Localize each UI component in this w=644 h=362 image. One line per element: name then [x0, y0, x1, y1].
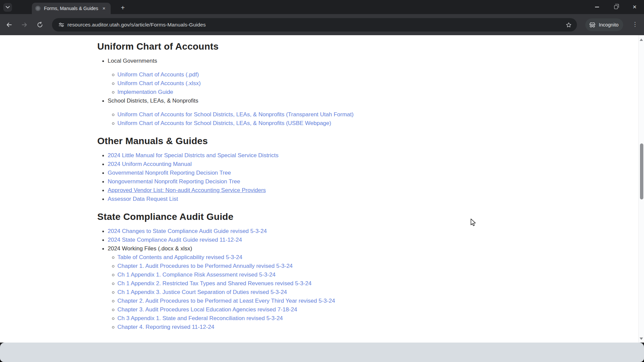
section-heading: Uniform Chart of Accounts	[97, 41, 618, 53]
tab-forms-manuals-guides[interactable]: Forms, Manuals & Guides ×	[32, 3, 111, 14]
list-item: Table of Contents and Applicability revi…	[117, 253, 618, 262]
article-link[interactable]: Uniform Chart of Accounts for School Dis…	[117, 120, 331, 126]
list-item-text: Local Governments	[108, 58, 157, 64]
section-list: 2024 Changes to State Compliance Audit G…	[97, 227, 618, 331]
vertical-scrollbar[interactable]	[638, 35, 644, 343]
list-item: Ch 1 Appendix 2. Restricted Tax Types an…	[117, 279, 618, 288]
sub-list: Uniform Chart of Accounts for School Dis…	[108, 110, 618, 128]
scroll-up-arrow-icon[interactable]	[640, 39, 643, 41]
article-link[interactable]: Chapter 4. Reporting revised 11-12-24	[117, 324, 214, 330]
article-link[interactable]: Uniform Chart of Accounts for School Dis…	[117, 111, 354, 118]
list-item: Uniform Chart of Accounts (.xlsx)	[117, 79, 618, 88]
list-item: Ch 3 Appendix 1. State and Federal Recon…	[117, 314, 618, 323]
list-item: Uniform Chart of Accounts for School Dis…	[117, 119, 618, 128]
article-link[interactable]: 2024 Little Manual for Special Districts…	[108, 152, 278, 159]
page-footer	[0, 343, 644, 362]
address-bar[interactable]: resources.auditor.utah.gov/s/article/For…	[52, 18, 577, 32]
article-link[interactable]: Implementation Guide	[117, 89, 173, 95]
url-text[interactable]: resources.auditor.utah.gov/s/article/For…	[67, 22, 564, 28]
restore-icon	[614, 5, 618, 9]
section-heading: State Compliance Audit Guide	[97, 211, 618, 223]
article-link[interactable]: Uniform Chart of Accounts (.pdf)	[117, 71, 199, 78]
scrollbar-thumb[interactable]	[640, 143, 643, 199]
new-tab-button[interactable]: +	[118, 3, 127, 12]
list-item: Approved Vendor List: Non-audit Accounti…	[108, 186, 618, 195]
list-item-text: School Districts, LEAs, & Nonprofits	[108, 98, 198, 104]
list-item: 2024 State Compliance Audit Guide revise…	[108, 236, 618, 244]
back-arrow-icon	[6, 21, 12, 28]
minimize-icon	[595, 7, 599, 7]
tab-close-icon[interactable]: ×	[101, 5, 107, 12]
list-item: Local GovernmentsUniform Chart of Accoun…	[108, 57, 618, 97]
incognito-label: Incognito	[599, 22, 619, 27]
article-link[interactable]: Ch 3 Appendix 1. State and Federal Recon…	[117, 315, 283, 321]
article-link[interactable]: 2024 State Compliance Audit Guide revise…	[108, 237, 242, 243]
list-item: Ch 1 Appendix 1. Compliance Risk Assessm…	[117, 270, 618, 279]
page-content: Uniform Chart of AccountsLocal Governmen…	[0, 35, 644, 362]
incognito-badge: Incognito	[585, 18, 623, 31]
list-item: Chapter 1. Audit Procedures to be Perfor…	[117, 262, 618, 270]
article-link[interactable]: Ch 1 Appendix 2. Restricted Tax Types an…	[117, 280, 312, 287]
site-info-icon[interactable]	[58, 21, 65, 28]
article-link[interactable]: Ch 1 Appendix 3. Justice Court Separatio…	[117, 289, 287, 295]
list-item: Chapter 4. Reporting revised 11-12-24	[117, 323, 618, 331]
tab-title: Forms, Manuals & Guides	[44, 6, 101, 11]
article-link[interactable]: Approved Vendor List: Non-audit Accounti…	[108, 187, 266, 193]
minimize-button[interactable]	[588, 0, 606, 14]
incognito-icon	[589, 22, 596, 28]
list-item-text: 2024 Working Files (.docx & xlsx)	[108, 245, 192, 252]
article-link[interactable]: Governmental Nonprofit Reporting Decisio…	[108, 170, 231, 176]
list-item: 2024 Changes to State Compliance Audit G…	[108, 227, 618, 236]
list-item: Uniform Chart of Accounts for School Dis…	[117, 110, 618, 119]
article-link[interactable]: Assessor Data Request List	[108, 196, 178, 202]
list-item: Governmental Nonprofit Reporting Decisio…	[108, 169, 618, 177]
sub-list: Table of Contents and Applicability revi…	[108, 253, 618, 331]
browser-menu-button[interactable]: ⋮	[631, 20, 639, 29]
article-link[interactable]: Uniform Chart of Accounts (.xlsx)	[117, 80, 201, 86]
article-link[interactable]: 2024 Uniform Accounting Manual	[108, 161, 192, 167]
browser-toolbar: resources.auditor.utah.gov/s/article/For…	[0, 14, 644, 35]
restore-button[interactable]	[606, 0, 625, 14]
article-body: Uniform Chart of AccountsLocal Governmen…	[0, 35, 638, 331]
article-link[interactable]: 2024 Changes to State Compliance Audit G…	[108, 228, 267, 234]
reload-button[interactable]	[34, 18, 46, 31]
article-link[interactable]: Nongovernmental Nonprofit Reporting Deci…	[108, 178, 240, 185]
tab-search-button[interactable]	[3, 3, 12, 12]
article-link[interactable]: Chapter 3. Audit Procedures Local Educat…	[117, 306, 297, 313]
list-item: Assessor Data Request List	[108, 195, 618, 203]
list-item: Uniform Chart of Accounts (.pdf)	[117, 70, 618, 79]
chevron-down-icon	[6, 6, 10, 9]
window-controls: ✕	[588, 0, 644, 14]
article-link[interactable]: Chapter 2. Audit Procedures to be Perfor…	[117, 298, 335, 304]
article-link[interactable]: Table of Contents and Applicability revi…	[117, 254, 242, 260]
bookmark-star-icon	[566, 22, 572, 28]
list-item: 2024 Little Manual for Special Districts…	[108, 151, 618, 160]
list-item: Chapter 3. Audit Procedures Local Educat…	[117, 305, 618, 314]
list-item: Nongovernmental Nonprofit Reporting Deci…	[108, 177, 618, 186]
article-link[interactable]: Chapter 1. Audit Procedures to be Perfor…	[117, 263, 293, 269]
sub-list: Uniform Chart of Accounts (.pdf)Uniform …	[108, 70, 618, 97]
list-item: School Districts, LEAs, & NonprofitsUnif…	[108, 97, 618, 128]
section-heading: Other Manuals & Guides	[97, 135, 618, 147]
list-item: Chapter 2. Audit Procedures to be Perfor…	[117, 297, 618, 305]
forward-button[interactable]	[18, 18, 31, 31]
section-list: 2024 Little Manual for Special Districts…	[97, 151, 618, 203]
scroll-down-arrow-icon[interactable]	[640, 338, 643, 340]
forward-arrow-icon	[21, 21, 28, 28]
close-window-button[interactable]: ✕	[625, 0, 644, 14]
tab-strip: Forms, Manuals & Guides × + ✕	[0, 0, 644, 14]
article-link[interactable]: Ch 1 Appendix 1. Compliance Risk Assessm…	[117, 272, 276, 278]
tab-favicon-icon	[35, 6, 41, 11]
list-item: Ch 1 Appendix 3. Justice Court Separatio…	[117, 288, 618, 297]
list-item: Implementation Guide	[117, 88, 618, 97]
list-item: 2024 Uniform Accounting Manual	[108, 160, 618, 169]
reload-icon	[37, 21, 43, 28]
bookmark-button[interactable]	[564, 20, 573, 29]
section-list: Local GovernmentsUniform Chart of Accoun…	[97, 57, 618, 128]
back-button[interactable]	[3, 18, 15, 31]
list-item: 2024 Working Files (.docx & xlsx)Table o…	[108, 244, 618, 331]
browser-window: Forms, Manuals & Guides × + ✕	[0, 0, 644, 362]
